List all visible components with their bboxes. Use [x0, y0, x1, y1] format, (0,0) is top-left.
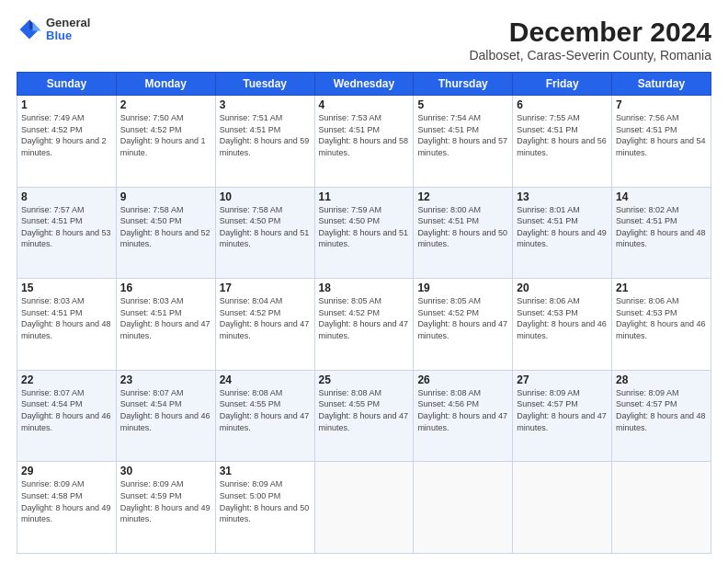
calendar-cell: 25 Sunrise: 8:08 AMSunset: 4:55 PMDaylig…: [314, 370, 414, 462]
calendar-week-4: 22 Sunrise: 8:07 AMSunset: 4:54 PMDaylig…: [17, 370, 711, 462]
day-number: 23: [120, 373, 211, 386]
calendar-week-2: 8 Sunrise: 7:57 AMSunset: 4:51 PMDayligh…: [17, 187, 711, 279]
calendar-cell: 24 Sunrise: 8:08 AMSunset: 4:55 PMDaylig…: [215, 370, 314, 462]
day-number: 27: [517, 373, 608, 386]
day-number: 4: [319, 98, 410, 111]
day-info: Sunrise: 8:08 AMSunset: 4:55 PMDaylight:…: [319, 388, 409, 432]
calendar-cell: 15 Sunrise: 8:03 AMSunset: 4:51 PMDaylig…: [17, 279, 117, 371]
day-number: 2: [120, 98, 211, 111]
day-number: 5: [417, 98, 508, 111]
day-info: Sunrise: 8:07 AMSunset: 4:54 PMDaylight:…: [120, 388, 210, 432]
header: General Blue December 2024 Dalboset, Car…: [17, 17, 711, 63]
calendar-cell: 22 Sunrise: 8:07 AMSunset: 4:54 PMDaylig…: [17, 370, 117, 462]
title-block: December 2024 Dalboset, Caras-Severin Co…: [469, 17, 711, 63]
calendar-cell: 11 Sunrise: 7:59 AMSunset: 4:50 PMDaylig…: [314, 187, 414, 279]
day-info: Sunrise: 7:57 AMSunset: 4:51 PMDaylight:…: [21, 205, 111, 249]
calendar-cell: [314, 462, 414, 554]
calendar-cell: 29 Sunrise: 8:09 AMSunset: 4:58 PMDaylig…: [17, 462, 117, 554]
calendar-cell: 2 Sunrise: 7:50 AMSunset: 4:52 PMDayligh…: [116, 96, 215, 188]
day-number: 26: [417, 373, 508, 386]
page: General Blue December 2024 Dalboset, Car…: [0, 0, 728, 563]
day-number: 8: [21, 190, 112, 203]
day-number: 20: [517, 282, 608, 294]
day-number: 12: [417, 190, 508, 203]
day-info: Sunrise: 8:03 AMSunset: 4:51 PMDaylight:…: [21, 296, 111, 340]
calendar-cell: 21 Sunrise: 8:06 AMSunset: 4:53 PMDaylig…: [612, 279, 711, 371]
day-number: 3: [220, 98, 311, 111]
day-info: Sunrise: 8:05 AMSunset: 4:52 PMDaylight:…: [319, 296, 409, 340]
day-info: Sunrise: 8:09 AMSunset: 5:00 PMDaylight:…: [220, 479, 310, 523]
day-number: 10: [220, 190, 311, 203]
day-info: Sunrise: 8:08 AMSunset: 4:56 PMDaylight:…: [417, 388, 507, 432]
calendar-table: Sunday Monday Tuesday Wednesday Thursday…: [17, 72, 711, 554]
logo-blue: Blue: [46, 29, 90, 42]
day-info: Sunrise: 8:09 AMSunset: 4:57 PMDaylight:…: [517, 388, 607, 432]
day-info: Sunrise: 8:06 AMSunset: 4:53 PMDaylight:…: [517, 296, 607, 340]
day-info: Sunrise: 8:09 AMSunset: 4:58 PMDaylight:…: [21, 479, 111, 523]
day-info: Sunrise: 8:08 AMSunset: 4:55 PMDaylight:…: [220, 388, 310, 432]
calendar-cell: 7 Sunrise: 7:56 AMSunset: 4:51 PMDayligh…: [612, 96, 711, 188]
calendar-cell: [414, 462, 513, 554]
day-info: Sunrise: 7:59 AMSunset: 4:50 PMDaylight:…: [319, 205, 409, 249]
calendar-cell: 13 Sunrise: 8:01 AMSunset: 4:51 PMDaylig…: [513, 187, 612, 279]
day-number: 14: [616, 190, 707, 203]
day-info: Sunrise: 8:07 AMSunset: 4:54 PMDaylight:…: [21, 388, 111, 432]
day-number: 18: [319, 282, 410, 294]
day-number: 25: [319, 373, 410, 386]
calendar-cell: [513, 462, 612, 554]
day-number: 31: [220, 465, 311, 477]
calendar-cell: 9 Sunrise: 7:58 AMSunset: 4:50 PMDayligh…: [116, 187, 215, 279]
day-number: 15: [21, 282, 112, 294]
calendar-week-5: 29 Sunrise: 8:09 AMSunset: 4:58 PMDaylig…: [17, 462, 711, 554]
day-info: Sunrise: 8:00 AMSunset: 4:51 PMDaylight:…: [417, 205, 507, 249]
logo-icon: [17, 17, 42, 42]
calendar-cell: 12 Sunrise: 8:00 AMSunset: 4:51 PMDaylig…: [414, 187, 513, 279]
day-number: 9: [120, 190, 211, 203]
logo: General Blue: [17, 17, 90, 43]
calendar-cell: 3 Sunrise: 7:51 AMSunset: 4:51 PMDayligh…: [215, 96, 314, 188]
col-saturday: Saturday: [612, 73, 711, 96]
day-info: Sunrise: 8:09 AMSunset: 4:59 PMDaylight:…: [120, 479, 210, 523]
location: Dalboset, Caras-Severin County, Romania: [469, 48, 711, 63]
calendar-cell: 27 Sunrise: 8:09 AMSunset: 4:57 PMDaylig…: [513, 370, 612, 462]
calendar-cell: [612, 462, 711, 554]
logo-general: General: [46, 17, 90, 29]
calendar-cell: 17 Sunrise: 8:04 AMSunset: 4:52 PMDaylig…: [215, 279, 314, 371]
day-number: 13: [517, 190, 608, 203]
day-info: Sunrise: 8:09 AMSunset: 4:57 PMDaylight:…: [616, 388, 706, 432]
day-info: Sunrise: 7:58 AMSunset: 4:50 PMDaylight:…: [220, 205, 310, 249]
calendar-cell: 8 Sunrise: 7:57 AMSunset: 4:51 PMDayligh…: [17, 187, 117, 279]
calendar-cell: 28 Sunrise: 8:09 AMSunset: 4:57 PMDaylig…: [612, 370, 711, 462]
calendar-cell: 16 Sunrise: 8:03 AMSunset: 4:51 PMDaylig…: [116, 279, 215, 371]
day-number: 28: [616, 373, 707, 386]
calendar-cell: 23 Sunrise: 8:07 AMSunset: 4:54 PMDaylig…: [116, 370, 215, 462]
day-info: Sunrise: 8:06 AMSunset: 4:53 PMDaylight:…: [616, 296, 706, 340]
calendar-cell: 4 Sunrise: 7:53 AMSunset: 4:51 PMDayligh…: [314, 96, 414, 188]
col-friday: Friday: [513, 73, 612, 96]
day-number: 29: [21, 465, 112, 477]
day-info: Sunrise: 8:04 AMSunset: 4:52 PMDaylight:…: [220, 296, 310, 340]
calendar-cell: 31 Sunrise: 8:09 AMSunset: 5:00 PMDaylig…: [215, 462, 314, 554]
calendar-cell: 5 Sunrise: 7:54 AMSunset: 4:51 PMDayligh…: [414, 96, 513, 188]
calendar-header-row: Sunday Monday Tuesday Wednesday Thursday…: [17, 73, 711, 96]
calendar-cell: 19 Sunrise: 8:05 AMSunset: 4:52 PMDaylig…: [414, 279, 513, 371]
day-number: 1: [21, 98, 112, 111]
day-number: 16: [120, 282, 211, 294]
calendar-week-1: 1 Sunrise: 7:49 AMSunset: 4:52 PMDayligh…: [17, 96, 711, 188]
day-info: Sunrise: 7:58 AMSunset: 4:50 PMDaylight:…: [120, 205, 210, 249]
calendar-cell: 6 Sunrise: 7:55 AMSunset: 4:51 PMDayligh…: [513, 96, 612, 188]
day-number: 30: [120, 465, 211, 477]
day-info: Sunrise: 8:01 AMSunset: 4:51 PMDaylight:…: [517, 205, 607, 249]
day-number: 6: [517, 98, 608, 111]
day-number: 24: [220, 373, 311, 386]
day-info: Sunrise: 7:54 AMSunset: 4:51 PMDaylight:…: [417, 113, 507, 157]
day-info: Sunrise: 8:02 AMSunset: 4:51 PMDaylight:…: [616, 205, 706, 249]
day-number: 7: [616, 98, 707, 111]
svg-marker-2: [33, 22, 41, 31]
day-number: 19: [417, 282, 508, 294]
col-tuesday: Tuesday: [215, 73, 314, 96]
day-info: Sunrise: 8:05 AMSunset: 4:52 PMDaylight:…: [417, 296, 507, 340]
col-monday: Monday: [116, 73, 215, 96]
calendar-cell: 20 Sunrise: 8:06 AMSunset: 4:53 PMDaylig…: [513, 279, 612, 371]
day-info: Sunrise: 7:56 AMSunset: 4:51 PMDaylight:…: [616, 113, 706, 157]
